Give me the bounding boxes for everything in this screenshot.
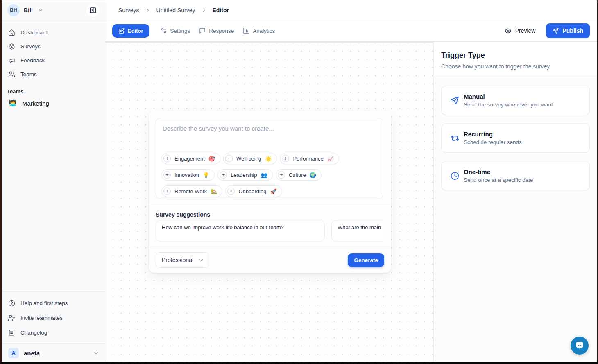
tab-analytics[interactable]: Analytics	[238, 24, 279, 38]
publish-label: Publish	[562, 27, 583, 34]
chip-emoji: 🎯	[208, 156, 215, 162]
prompt-card: + Engagement 🎯 + Well-being 🌟 + Performa…	[156, 118, 383, 199]
tab-label: Analytics	[253, 28, 275, 34]
chip-performance[interactable]: + Performance 📈	[280, 153, 339, 164]
plus-circle-icon: +	[282, 155, 289, 162]
generator-footer: Professional Generate	[149, 247, 391, 273]
trigger-option-manual[interactable]: Manual Send the survey whenever you want	[441, 86, 590, 115]
help-circle-icon	[8, 300, 15, 307]
breadcrumb-untitled-survey[interactable]: Untitled Survey	[156, 7, 195, 14]
preview-label: Preview	[515, 27, 536, 34]
tab-label: Editor	[128, 28, 143, 34]
survey-generator-panel: + Engagement 🎯 + Well-being 🌟 + Performa…	[149, 111, 391, 273]
sidebar-item-label: Feedback	[20, 57, 45, 63]
chip-emoji: 🚀	[270, 188, 276, 194]
sidebar-item-label: Teams	[20, 71, 37, 77]
chip-innovation[interactable]: + Innovation 💡	[161, 169, 215, 181]
sidebar-item-label: Help and first steps	[20, 300, 68, 306]
pencil-square-icon	[118, 28, 125, 34]
teams-section-label: Teams	[2, 87, 105, 96]
breadcrumb-surveys[interactable]: Surveys	[118, 7, 139, 14]
sliders-icon	[161, 27, 167, 34]
sidebar-item-teams[interactable]: Teams	[2, 67, 105, 81]
chevron-down-icon	[93, 350, 99, 356]
sidebar-collapse-button[interactable]	[86, 3, 100, 17]
chip-emoji: 👥	[261, 172, 267, 178]
suggestions-section: Survey suggestions How can we improve wo…	[149, 206, 391, 247]
account-name: aneta	[24, 350, 88, 357]
chip-emoji: 🏡	[211, 188, 217, 194]
home-icon	[8, 29, 15, 36]
chat-bubble-icon	[575, 341, 584, 350]
preview-button[interactable]: Preview	[505, 27, 536, 34]
plus-circle-icon: +	[225, 155, 233, 162]
account-avatar: A	[8, 348, 19, 358]
plus-circle-icon: +	[278, 171, 285, 179]
suggestions-title: Survey suggestions	[156, 211, 391, 218]
trigger-option-recurring[interactable]: Recurring Schedule regular sends	[441, 123, 590, 153]
users-icon	[8, 71, 15, 78]
team-label: Marketing	[22, 100, 49, 107]
trigger-option-one-time[interactable]: One-time Send once at a specific date	[441, 161, 590, 190]
trigger-type-panel: Trigger Type Choose how you want to trig…	[433, 41, 597, 362]
plus-circle-icon: +	[163, 171, 171, 179]
survey-prompt-input[interactable]	[162, 124, 377, 146]
trigger-option-description: Schedule regular sends	[464, 139, 522, 145]
chip-culture[interactable]: + Culture 🌍	[276, 169, 322, 181]
sidebar-item-help[interactable]: Help and first steps	[2, 296, 105, 310]
breadcrumb: Surveys Untitled Survey Editor	[105, 0, 597, 20]
account-menu[interactable]: A aneta	[2, 344, 105, 362]
trigger-option-title: Manual	[464, 93, 553, 100]
sidebar-item-invite[interactable]: Invite teammates	[2, 310, 105, 325]
main-header: Surveys Untitled Survey Editor Editor Se…	[105, 0, 597, 41]
chip-emoji: 🌟	[265, 156, 272, 162]
trigger-option-description: Send once at a specific date	[464, 177, 533, 183]
editor-canvas[interactable]: + Engagement 🎯 + Well-being 🌟 + Performa…	[105, 41, 433, 362]
window-edge-top	[0, 0, 598, 0]
sidebar-item-team-marketing[interactable]: 🧑‍💻 Marketing	[2, 96, 105, 111]
clock-icon	[451, 172, 464, 180]
message-square-icon	[199, 27, 206, 34]
chip-leadership[interactable]: + Leadership 👥	[217, 169, 273, 181]
trigger-panel-subtitle: Choose how you want to trigger the surve…	[441, 63, 589, 70]
generate-button[interactable]: Generate	[348, 253, 384, 267]
plus-circle-icon: +	[163, 188, 171, 195]
tab-response[interactable]: Response	[195, 24, 238, 38]
sidebar-item-surveys[interactable]: Surveys	[2, 39, 105, 53]
chip-emoji: 💡	[203, 172, 209, 178]
chip-engagement[interactable]: + Engagement 🎯	[161, 153, 220, 164]
window-edge-bottom	[0, 362, 598, 364]
sidebar-item-changelog[interactable]: Changelog	[2, 325, 105, 340]
publish-button[interactable]: Publish	[546, 23, 590, 38]
chip-emoji: 🌍	[310, 172, 316, 178]
suggestion-card[interactable]: What are the main ob	[331, 220, 383, 242]
chip-onboarding[interactable]: + Onboarding 🚀	[225, 185, 282, 197]
trigger-options: Manual Send the survey whenever you want…	[434, 77, 597, 199]
plus-circle-icon: +	[220, 171, 227, 179]
trigger-option-description: Send the survey whenever you want	[464, 102, 553, 108]
sidebar-item-label: Dashboard	[20, 29, 48, 36]
window-edge-left	[0, 0, 2, 364]
workspace-avatar: BH	[7, 4, 20, 16]
tab-label: Settings	[170, 28, 190, 34]
chip-remote-work[interactable]: + Remote Work 🏡	[161, 185, 222, 197]
sidebar-item-dashboard[interactable]: Dashboard	[2, 25, 105, 39]
user-plus-icon	[8, 314, 15, 321]
newspaper-icon	[8, 329, 15, 336]
tab-settings[interactable]: Settings	[156, 24, 195, 38]
tone-select[interactable]: Professional	[156, 252, 209, 268]
plus-circle-icon: +	[227, 188, 235, 195]
editor-toolbar: Editor Settings Response Analytics Prev	[105, 20, 597, 41]
chat-launcher-button[interactable]	[571, 337, 589, 355]
send-icon	[451, 96, 464, 105]
workspace-switcher[interactable]: BH Bill	[7, 4, 43, 16]
sidebar-item-feedback[interactable]: Feedback	[2, 53, 105, 67]
tab-editor[interactable]: Editor	[112, 24, 150, 38]
tone-value: Professional	[162, 257, 193, 263]
sidebar: BH Bill Dashboard Surveys	[0, 0, 105, 362]
chip-well-being[interactable]: + Well-being 🌟	[223, 153, 277, 164]
suggestion-card[interactable]: How can we improve work-life balance in …	[156, 220, 325, 242]
chip-emoji: 📈	[327, 156, 334, 162]
plus-circle-icon: +	[163, 155, 171, 162]
workspace-row: BH Bill	[2, 0, 105, 20]
